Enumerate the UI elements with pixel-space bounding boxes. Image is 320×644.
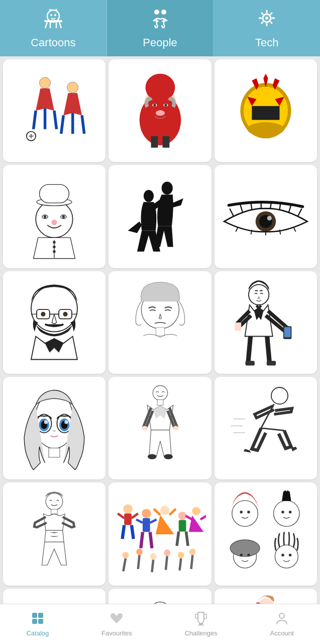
list-item[interactable] — [215, 165, 317, 268]
list-item[interactable] — [215, 482, 317, 585]
svg-point-12 — [67, 82, 78, 93]
svg-point-67 — [44, 421, 48, 424]
svg-point-21 — [153, 104, 156, 107]
svg-point-6 — [154, 10, 159, 15]
svg-rect-126 — [32, 619, 37, 624]
svg-point-96 — [273, 500, 299, 526]
svg-point-7 — [161, 10, 166, 15]
favourites-label: Favourites — [101, 629, 132, 637]
cartoons-icon — [41, 6, 65, 33]
svg-point-101 — [240, 553, 243, 556]
svg-point-72 — [142, 426, 148, 431]
svg-point-103 — [275, 545, 298, 568]
svg-rect-82 — [143, 518, 150, 532]
svg-rect-4 — [55, 9, 57, 12]
list-item[interactable] — [3, 165, 105, 268]
nav-challenges[interactable]: Challenges — [185, 611, 218, 637]
cartoons-label: Cartoons — [31, 36, 75, 49]
bottom-nav: Catalog Favourites Challenges — [0, 604, 320, 644]
list-item[interactable] — [215, 377, 317, 479]
nav-account[interactable]: Account — [270, 611, 294, 637]
svg-point-81 — [142, 509, 151, 518]
svg-point-92 — [189, 548, 195, 555]
svg-point-39 — [53, 250, 56, 253]
svg-point-77 — [46, 493, 63, 510]
svg-point-91 — [177, 551, 184, 558]
svg-rect-54 — [156, 328, 164, 336]
svg-point-51 — [41, 312, 45, 316]
challenges-icon — [194, 611, 208, 627]
svg-point-1 — [50, 14, 52, 16]
svg-point-23 — [155, 110, 164, 116]
svg-rect-35 — [40, 184, 69, 203]
svg-point-105 — [289, 553, 292, 556]
list-item[interactable] — [109, 271, 211, 374]
svg-rect-129 — [197, 625, 204, 625]
favourites-icon — [110, 611, 124, 627]
list-item[interactable] — [109, 482, 211, 585]
svg-rect-128 — [199, 623, 203, 625]
svg-point-75 — [164, 454, 173, 459]
svg-point-44 — [267, 216, 272, 220]
list-item[interactable] — [215, 59, 317, 162]
svg-point-97 — [281, 511, 284, 514]
svg-rect-69 — [49, 448, 60, 457]
svg-point-84 — [178, 511, 186, 520]
svg-point-76 — [271, 387, 288, 404]
svg-point-70 — [153, 386, 167, 400]
svg-rect-78 — [51, 509, 57, 514]
tech-icon — [255, 6, 279, 33]
svg-point-10 — [40, 77, 51, 89]
nav-favourites[interactable]: Favourites — [101, 611, 132, 637]
svg-point-104 — [281, 553, 284, 556]
challenges-label: Challenges — [185, 629, 218, 637]
list-item[interactable] — [3, 482, 105, 585]
list-item[interactable] — [109, 377, 211, 479]
svg-point-83 — [160, 505, 169, 514]
svg-point-93 — [232, 500, 258, 526]
svg-point-102 — [247, 553, 250, 556]
list-item[interactable] — [109, 59, 211, 162]
list-item[interactable] — [3, 377, 105, 479]
svg-rect-127 — [38, 619, 43, 624]
svg-rect-57 — [284, 327, 291, 337]
list-item[interactable] — [215, 271, 317, 374]
tab-bar: Cartoons People Tech — [0, 0, 320, 56]
tab-cartoons[interactable]: Cartoons — [0, 0, 107, 56]
svg-point-41 — [143, 190, 153, 202]
svg-point-73 — [173, 426, 179, 431]
list-item[interactable] — [3, 271, 105, 374]
svg-point-22 — [164, 104, 167, 107]
svg-rect-125 — [38, 613, 43, 618]
svg-point-89 — [150, 553, 156, 559]
svg-point-9 — [265, 17, 268, 20]
list-item[interactable] — [109, 165, 211, 268]
svg-point-74 — [147, 454, 156, 459]
svg-point-32 — [62, 215, 65, 218]
svg-rect-3 — [49, 9, 51, 12]
tab-tech[interactable]: Tech — [214, 0, 320, 56]
svg-point-2 — [54, 14, 56, 16]
account-label: Account — [270, 629, 294, 637]
svg-rect-58 — [235, 323, 241, 331]
svg-rect-85 — [178, 520, 186, 531]
svg-point-52 — [63, 312, 68, 316]
svg-point-37 — [53, 240, 56, 244]
svg-point-130 — [279, 613, 284, 618]
svg-rect-18 — [162, 136, 169, 148]
svg-rect-71 — [157, 400, 163, 406]
svg-point-40 — [161, 182, 172, 195]
svg-point-27 — [247, 122, 284, 136]
nav-catalog[interactable]: Catalog — [26, 611, 49, 637]
tab-people[interactable]: People — [107, 0, 214, 56]
list-item[interactable] — [3, 59, 105, 162]
account-icon — [275, 611, 289, 627]
svg-rect-26 — [252, 106, 279, 120]
people-label: People — [143, 36, 177, 49]
svg-rect-17 — [151, 136, 158, 148]
image-grid — [0, 56, 320, 644]
svg-point-88 — [136, 548, 143, 555]
svg-point-87 — [122, 551, 129, 558]
svg-rect-124 — [32, 613, 37, 618]
catalog-label: Catalog — [26, 629, 49, 637]
